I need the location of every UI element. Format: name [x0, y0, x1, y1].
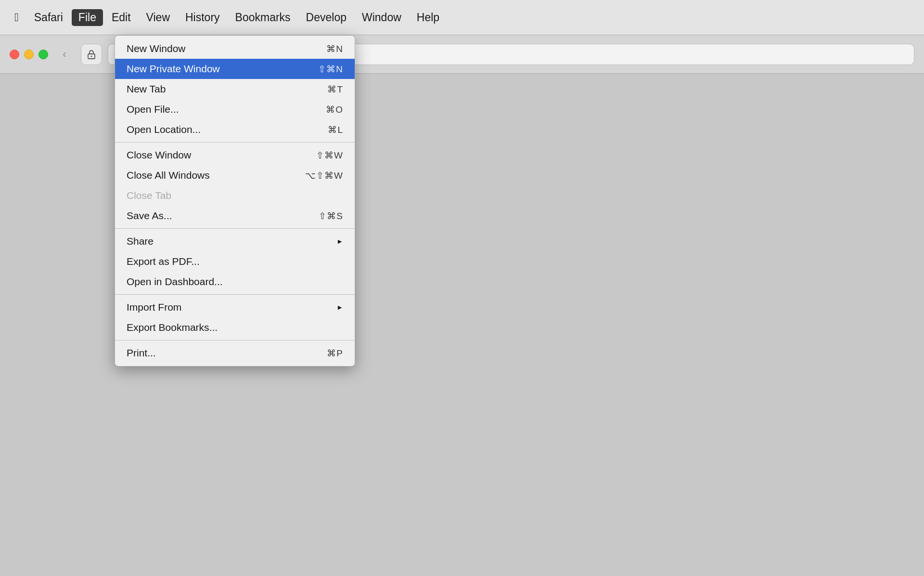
menu-item-import-from[interactable]: Import From ► — [115, 297, 355, 317]
separator-3 — [115, 294, 355, 295]
menu-item-close-window[interactable]: Close Window ⇧⌘W — [115, 145, 355, 165]
menubar-window[interactable]: Window — [355, 9, 408, 26]
menu-item-export-pdf[interactable]: Export as PDF... — [115, 251, 355, 272]
lock-icon — [86, 49, 97, 60]
menubar-edit[interactable]: Edit — [105, 9, 138, 26]
separator-2 — [115, 228, 355, 229]
back-button[interactable]: ‹ — [56, 46, 73, 63]
menubar-file[interactable]: File — [72, 9, 103, 26]
separator-4 — [115, 340, 355, 340]
menubar-view[interactable]: View — [140, 9, 177, 26]
separator-1 — [115, 142, 355, 143]
menu-item-share[interactable]: Share ► — [115, 231, 355, 251]
maximize-button[interactable] — [38, 50, 48, 59]
menu-item-open-file[interactable]: Open File... ⌘O — [115, 99, 355, 119]
lock-icon-button[interactable] — [81, 44, 102, 65]
menu-bar:  Safari File Edit View History Bookmark… — [0, 0, 924, 35]
menu-item-open-dashboard[interactable]: Open in Dashboard... — [115, 272, 355, 292]
menu-item-close-tab: Close Tab — [115, 185, 355, 206]
share-arrow-icon: ► — [336, 237, 343, 245]
svg-point-1 — [91, 55, 92, 57]
apple-menu[interactable]:  — [8, 9, 26, 26]
menubar-help[interactable]: Help — [410, 9, 446, 26]
close-button[interactable] — [10, 50, 19, 59]
menu-item-save-as[interactable]: Save As... ⇧⌘S — [115, 206, 355, 226]
menubar-bookmarks[interactable]: Bookmarks — [229, 9, 297, 26]
menu-item-export-bookmarks[interactable]: Export Bookmarks... — [115, 317, 355, 338]
menu-item-new-window[interactable]: New Window ⌘N — [115, 39, 355, 59]
menu-item-open-location[interactable]: Open Location... ⌘L — [115, 119, 355, 140]
menubar-safari[interactable]: Safari — [27, 9, 70, 26]
menubar-history[interactable]: History — [179, 9, 227, 26]
menu-item-close-all-windows[interactable]: Close All Windows ⌥⇧⌘W — [115, 165, 355, 185]
import-arrow-icon: ► — [336, 303, 343, 311]
minimize-button[interactable] — [24, 50, 34, 59]
file-dropdown-menu: New Window ⌘N New Private Window ⇧⌘N New… — [115, 35, 355, 367]
menu-item-print[interactable]: Print... ⌘P — [115, 343, 355, 363]
menu-item-new-private-window[interactable]: New Private Window ⇧⌘N — [115, 59, 355, 79]
menu-item-new-tab[interactable]: New Tab ⌘T — [115, 79, 355, 99]
menubar-develop[interactable]: Develop — [299, 9, 353, 26]
traffic-lights — [10, 50, 48, 59]
